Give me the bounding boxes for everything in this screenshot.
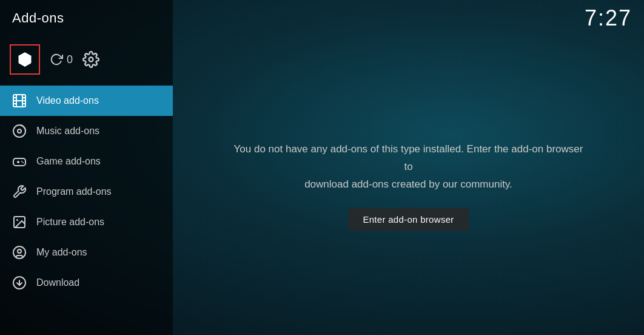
header: Add-ons 7:27	[0, 0, 644, 36]
sidebar-item-myaddon[interactable]: My add-ons	[0, 237, 173, 268]
sidebar-item-video-label: Video add-ons	[36, 95, 99, 106]
refresh-icon	[50, 53, 63, 66]
sidebar-toolbar: 0	[0, 33, 173, 81]
sidebar-item-download-label: Download	[36, 277, 79, 288]
sidebar-item-download[interactable]: Download	[0, 268, 173, 298]
svg-point-15	[21, 161, 22, 162]
page-title: Add-ons	[12, 10, 64, 26]
svg-point-18	[16, 219, 18, 221]
update-count-label: 0	[67, 53, 73, 66]
svg-point-1	[89, 58, 93, 62]
sidebar: 0 Video add-ons	[0, 0, 173, 335]
sidebar-item-music-label: Music add-ons	[36, 126, 99, 137]
gamepad-icon	[12, 154, 27, 169]
star-icon	[12, 245, 27, 260]
main-content: You do not have any add-ons of this type…	[173, 36, 644, 335]
svg-point-11	[18, 129, 21, 133]
music-icon	[12, 124, 27, 138]
picture-icon	[12, 215, 27, 229]
svg-point-16	[22, 162, 24, 163]
film-icon	[12, 93, 27, 108]
sidebar-item-program[interactable]: Program add-ons	[0, 177, 173, 207]
empty-state-message: You do not have any add-ons of this type…	[233, 141, 585, 194]
wrench-icon	[12, 184, 27, 199]
addon-browser-icon[interactable]	[10, 44, 40, 75]
sidebar-item-picture-label: Picture add-ons	[36, 217, 104, 228]
download-icon	[12, 276, 27, 290]
sidebar-item-video[interactable]: Video add-ons	[0, 86, 173, 116]
box-icon	[16, 51, 33, 68]
settings-button[interactable]	[82, 51, 99, 68]
gear-icon	[82, 51, 99, 68]
nav-list: Video add-ons Music add-ons Game add-ons	[0, 86, 173, 298]
enter-browser-button[interactable]: Enter add-on browser	[348, 208, 468, 231]
sidebar-item-program-label: Program add-ons	[36, 186, 112, 197]
sidebar-item-picture[interactable]: Picture add-ons	[0, 207, 173, 237]
sidebar-item-myaddon-label: My add-ons	[36, 247, 87, 258]
sidebar-item-game[interactable]: Game add-ons	[0, 146, 173, 177]
svg-point-20	[18, 249, 21, 253]
sidebar-item-game-label: Game add-ons	[36, 156, 101, 167]
update-count-area[interactable]: 0	[50, 53, 73, 66]
sidebar-item-music[interactable]: Music add-ons	[0, 116, 173, 146]
clock-display: 7:27	[585, 5, 632, 31]
